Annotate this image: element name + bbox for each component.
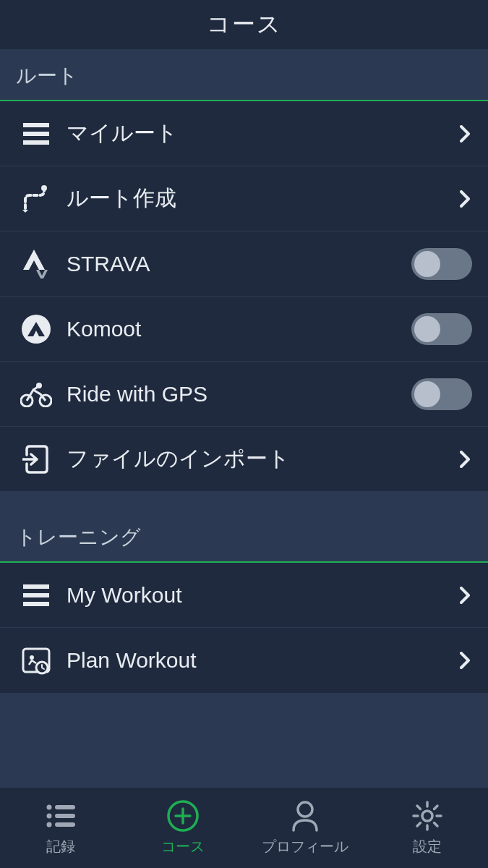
section-title-training: トレーニング [16, 526, 141, 548]
svg-rect-18 [55, 814, 75, 818]
tab-label: 記録 [46, 837, 75, 856]
row-label: Komoot [67, 317, 411, 341]
svg-rect-17 [55, 805, 75, 809]
row-plan-workout[interactable]: Plan Workout [0, 628, 488, 693]
svg-rect-19 [55, 822, 75, 827]
row-label: マイルート [67, 119, 458, 148]
svg-rect-0 [23, 123, 49, 127]
content-scroll[interactable]: ルート マイルート [0, 49, 488, 787]
profile-icon [288, 799, 322, 833]
tab-record[interactable]: 記録 [0, 788, 122, 868]
tab-course[interactable]: コース [122, 788, 244, 868]
row-label: ファイルのインポート [67, 444, 458, 474]
svg-point-21 [298, 802, 312, 817]
svg-rect-2 [23, 140, 49, 145]
row-strava[interactable]: STRAVA [0, 231, 488, 297]
row-my-routes[interactable]: マイルート [0, 101, 488, 166]
cyclist-icon [19, 377, 53, 412]
row-label: STRAVA [67, 252, 411, 276]
page-title: コース [207, 9, 282, 41]
section-header-routes: ルート [0, 49, 488, 101]
row-label: My Workout [67, 583, 458, 608]
toggle-komoot[interactable] [411, 313, 472, 345]
svg-rect-8 [23, 584, 49, 589]
chevron-right-icon [458, 127, 472, 141]
chevron-right-icon [458, 588, 472, 603]
svg-point-3 [41, 185, 47, 191]
section-title-routes: ルート [16, 64, 78, 87]
tab-profile[interactable]: プロフィール [244, 788, 367, 868]
list-icon [19, 116, 53, 151]
svg-point-16 [47, 822, 52, 827]
tab-label: プロフィール [262, 837, 348, 856]
strava-icon [19, 247, 53, 281]
section-gap [0, 492, 488, 511]
chevron-right-icon [458, 452, 472, 467]
svg-rect-10 [23, 602, 49, 606]
svg-point-14 [47, 805, 52, 810]
import-file-icon [19, 442, 53, 477]
row-my-workout[interactable]: My Workout [0, 563, 488, 628]
list-icon [19, 578, 53, 613]
komoot-icon [19, 312, 53, 346]
page-header: コース [0, 0, 488, 49]
row-label: ルート作成 [67, 184, 458, 213]
toggle-knob [414, 381, 440, 407]
svg-point-12 [30, 655, 34, 660]
toggle-knob [414, 316, 440, 342]
section-header-training: トレーニング [0, 511, 488, 563]
row-label: Ride with GPS [67, 382, 411, 407]
chevron-right-icon [458, 192, 472, 206]
toggle-knob [414, 251, 440, 277]
tab-bar: 記録 コース プロフィール [0, 787, 488, 868]
add-circle-icon [166, 799, 200, 833]
row-ride-with-gps[interactable]: Ride with GPS [0, 362, 488, 427]
calendar-workout-icon [19, 643, 53, 678]
row-komoot[interactable]: Komoot [0, 297, 488, 362]
toggle-ride-with-gps[interactable] [411, 378, 472, 410]
toggle-strava[interactable] [411, 248, 472, 280]
svg-rect-9 [23, 593, 49, 597]
svg-rect-1 [23, 132, 49, 136]
chevron-right-icon [458, 653, 472, 668]
tab-settings[interactable]: 設定 [366, 788, 488, 868]
tab-label: コース [161, 837, 205, 856]
record-icon [44, 799, 77, 833]
route-icon [19, 182, 53, 216]
row-import-file[interactable]: ファイルのインポート [0, 427, 488, 492]
row-create-route[interactable]: ルート作成 [0, 166, 488, 231]
svg-point-22 [422, 811, 432, 821]
row-label: Plan Workout [67, 648, 458, 673]
tab-label: 設定 [413, 837, 442, 856]
svg-point-15 [47, 814, 52, 819]
gear-icon [411, 799, 444, 833]
